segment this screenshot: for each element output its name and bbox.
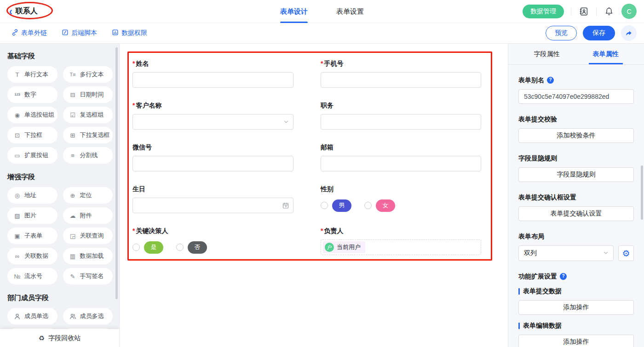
form-field[interactable]: *负责人户当前用户 bbox=[321, 226, 481, 255]
member-picker[interactable]: 户当前用户 bbox=[321, 239, 481, 255]
field-item[interactable]: 123数字 bbox=[7, 86, 58, 103]
radio-option[interactable]: 男 bbox=[321, 199, 351, 212]
member-single-icon bbox=[13, 313, 21, 320]
field-item[interactable]: ⊟日期时间 bbox=[63, 86, 113, 103]
window-scrollbar[interactable] bbox=[641, 165, 643, 220]
radio-circle bbox=[132, 244, 140, 251]
field-item[interactable]: ✎手写签名 bbox=[63, 268, 113, 284]
field-input[interactable] bbox=[321, 156, 481, 171]
panel-button[interactable]: 字段显隐规则 bbox=[518, 167, 634, 182]
panel-input[interactable]: 53c90c5e74097e0e299882ed bbox=[518, 89, 634, 104]
layout-select[interactable]: 双列 bbox=[518, 245, 614, 261]
form-field[interactable]: *手机号 bbox=[321, 59, 481, 88]
required-asterisk: * bbox=[132, 59, 135, 68]
share-button[interactable] bbox=[621, 25, 637, 41]
form-grid: *姓名*手机号*客户名称职务微信号邮箱生日性别男女*关键决策人是否*负责人户当前… bbox=[132, 59, 481, 255]
form-field-label: 微信号 bbox=[132, 142, 293, 152]
field-item[interactable]: ⊞下拉复选框 bbox=[63, 127, 113, 143]
field-item-label: 数据加载 bbox=[80, 252, 104, 260]
radio-option[interactable]: 是 bbox=[132, 241, 163, 254]
current-user-tag: 户当前用户 bbox=[323, 241, 365, 253]
recycle-icon: ♻ bbox=[39, 335, 45, 341]
form-field[interactable]: 生日 bbox=[132, 184, 293, 213]
field-item[interactable]: ▨图片 bbox=[7, 207, 58, 224]
field-item[interactable]: ⊡下拉框 bbox=[7, 127, 58, 143]
radio-option-pill: 男 bbox=[332, 199, 351, 212]
layout-gear-button[interactable]: ⚙ bbox=[618, 245, 634, 261]
toolbar-link[interactable]: 表单外链 bbox=[12, 29, 47, 37]
field-item-label: 下拉框 bbox=[24, 131, 42, 139]
radio-option-pill: 是 bbox=[144, 241, 163, 254]
panel-tab[interactable]: 字段属性 bbox=[534, 44, 560, 64]
field-select[interactable] bbox=[132, 114, 293, 130]
panel-button[interactable]: 表单提交确认设置 bbox=[518, 206, 634, 221]
field-item-label: 单行文本 bbox=[24, 70, 48, 79]
back-button[interactable]: ‹ 联系人 bbox=[9, 6, 38, 16]
radio-option-group: 男女 bbox=[321, 198, 481, 213]
field-item[interactable]: ⊕定位 bbox=[63, 187, 113, 204]
form-design-canvas[interactable]: *姓名*手机号*客户名称职务微信号邮箱生日性别男女*关键决策人是否*负责人户当前… bbox=[120, 44, 508, 347]
panel-button[interactable]: 添加操作 bbox=[518, 335, 634, 347]
data-manage-button[interactable]: 数据管理 bbox=[523, 5, 564, 18]
field-item[interactable]: T单行文本 bbox=[7, 66, 58, 83]
form-field[interactable]: 微信号 bbox=[132, 142, 293, 171]
calendar-icon bbox=[282, 202, 289, 209]
panel-group-label-text: 表单编辑数据 bbox=[523, 322, 562, 330]
form-field-label: 生日 bbox=[132, 184, 293, 193]
panel-tab[interactable]: 表单属性 bbox=[593, 44, 619, 64]
field-library-sidebar: 基础字段T单行文本T≡多行文本123数字⊟日期时间◉单选按钮组☑复选框组⊡下拉框… bbox=[0, 44, 120, 347]
field-input[interactable] bbox=[321, 114, 481, 130]
share-arrow-icon bbox=[625, 29, 633, 37]
toolbar-link[interactable]: 数据权限 bbox=[112, 29, 147, 37]
subform-icon: ▣ bbox=[13, 233, 21, 239]
user-avatar[interactable]: C bbox=[621, 4, 637, 19]
field-item[interactable]: ▭扩展按钮 bbox=[7, 147, 58, 164]
field-item[interactable]: ▣子表单 bbox=[7, 228, 58, 244]
field-item[interactable]: 成员多选 bbox=[63, 308, 113, 324]
help-icon[interactable]: ? bbox=[547, 77, 554, 84]
header-tabs: 表单设计表单设置 bbox=[280, 0, 364, 23]
field-item[interactable]: ◲关联查询 bbox=[63, 228, 113, 244]
form-field-label-text: 生日 bbox=[132, 184, 145, 193]
image-icon: ▨ bbox=[13, 213, 21, 219]
panel-section-label-text: 表单提交校验 bbox=[518, 115, 557, 123]
field-item[interactable]: T≡多行文本 bbox=[63, 66, 113, 83]
field-item[interactable]: ▥数据加载 bbox=[63, 248, 113, 264]
field-item[interactable]: ☑复选框组 bbox=[63, 107, 113, 123]
field-input[interactable] bbox=[132, 156, 293, 171]
field-item[interactable]: ☁附件 bbox=[63, 207, 113, 224]
form-field[interactable]: 职务 bbox=[321, 101, 481, 130]
panel-group: 表单编辑数据添加操作 bbox=[518, 322, 634, 347]
form-field[interactable]: 邮箱 bbox=[321, 142, 481, 171]
radio-option[interactable]: 女 bbox=[364, 199, 395, 212]
save-button[interactable]: 保存 bbox=[583, 26, 615, 40]
contact-book-icon[interactable] bbox=[578, 6, 589, 17]
preview-button[interactable]: 预览 bbox=[546, 26, 577, 40]
radio-circle bbox=[364, 202, 372, 209]
form-field[interactable]: *关键决策人是否 bbox=[132, 226, 293, 255]
bell-icon[interactable] bbox=[604, 6, 615, 17]
form-field[interactable]: *姓名 bbox=[132, 59, 293, 88]
help-icon[interactable]: ? bbox=[560, 273, 567, 280]
field-recycle-bin[interactable]: ♻ 字段回收站 bbox=[0, 329, 119, 347]
field-item-label: 子表单 bbox=[24, 232, 42, 240]
panel-button[interactable]: 添加校验条件 bbox=[518, 128, 634, 143]
field-item[interactable]: ◉单选按钮组 bbox=[7, 107, 58, 123]
field-item[interactable]: ◎地址 bbox=[7, 187, 58, 204]
field-input[interactable] bbox=[132, 72, 293, 88]
field-item[interactable]: 成员单选 bbox=[7, 308, 58, 324]
field-item[interactable]: ∞关联数据 bbox=[7, 248, 58, 264]
header-tab[interactable]: 表单设置 bbox=[336, 0, 364, 23]
form-field[interactable]: 性别男女 bbox=[321, 184, 481, 213]
field-date-input[interactable] bbox=[132, 198, 293, 213]
header-tab[interactable]: 表单设计 bbox=[280, 0, 308, 23]
field-input[interactable] bbox=[321, 72, 481, 88]
form-field-label: 性别 bbox=[321, 184, 481, 193]
toolbar-link[interactable]: 后端脚本 bbox=[62, 29, 97, 37]
sidebar-scrollbar[interactable] bbox=[115, 47, 118, 299]
form-field[interactable]: *客户名称 bbox=[132, 101, 293, 130]
radio-option[interactable]: 否 bbox=[176, 241, 207, 254]
field-item[interactable]: ≡分割线 bbox=[63, 147, 113, 164]
panel-button[interactable]: 添加操作 bbox=[518, 300, 634, 315]
field-item[interactable]: №流水号 bbox=[7, 268, 58, 284]
